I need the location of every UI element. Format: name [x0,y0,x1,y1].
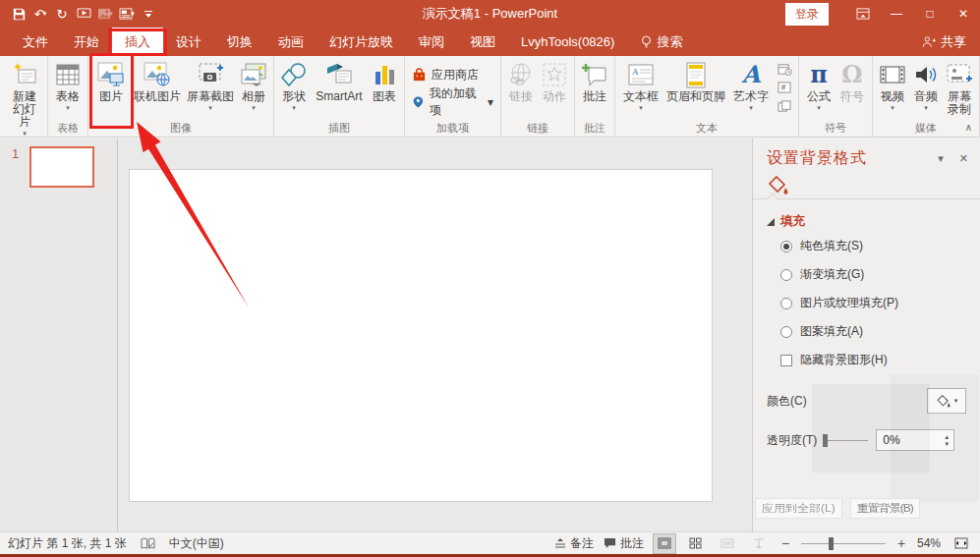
slide-canvas[interactable] [129,169,713,502]
ribbon-group-media: 视频 ▾ 音频 ▾ 屏幕录制 媒体 [873,56,980,137]
tab-home[interactable]: 开始 [61,28,112,56]
new-slide-button[interactable]: 新建幻灯片 ▾ [5,58,44,139]
photo-album-button[interactable]: 相册 ▾ [237,58,270,113]
spin-down-icon[interactable]: ▼ [944,441,950,447]
my-addins-button[interactable]: 我的加载项 ▾ [408,90,497,113]
redo-button[interactable]: ↻ [53,4,71,24]
start-slideshow-button[interactable] [75,4,92,24]
tab-slideshow[interactable]: 幻灯片放映 [317,28,406,56]
quick-access-toolbar: ↶▾ ↻ ▾ ▾ [0,4,157,24]
solid-fill-label[interactable]: 纯色填充(S) [800,238,863,254]
language-status[interactable]: 中文(中国) [169,535,224,552]
fit-slide-button[interactable] [951,534,972,553]
apply-to-all-button[interactable]: 应用到全部(L) [755,498,842,519]
slideshow-view-button[interactable] [748,534,770,553]
date-time-button[interactable] [776,61,793,77]
new-slide-label: 新建幻灯片 [8,90,41,129]
new-comment-button[interactable]: 批注 [578,58,611,105]
spin-up-icon[interactable]: ▲ [944,434,950,440]
zoom-slider[interactable] [801,537,886,550]
layout-quick-button[interactable]: ▾ [118,4,136,24]
pane-close-button[interactable]: ✕ [959,152,968,165]
screenshot-button[interactable]: 屏幕截图 ▾ [184,58,237,113]
option-hide-background[interactable]: 隐藏背景图形(H) [780,352,980,368]
tab-transitions[interactable]: 切换 [214,28,265,56]
notes-toggle-button[interactable]: 备注 [554,535,594,552]
slide-number-button[interactable]: # [776,80,793,95]
checkbox-hide-background[interactable] [780,355,792,366]
comments-toggle-button[interactable]: 批注 [604,535,644,552]
store-button[interactable]: 应用商店 [408,64,497,86]
text-box-button[interactable]: A 文本框 ▾ [618,58,663,113]
screen-recording-button[interactable]: 屏幕录制 [943,58,976,118]
zoom-out-button[interactable]: − [779,535,791,551]
slide-sorter-view-button[interactable] [685,534,707,553]
picture-fill-label[interactable]: 图片或纹理填充(P) [800,295,898,311]
ribbon-group-slides: 新建幻灯片 ▾ 幻灯片 [2,56,48,137]
smartart-button[interactable]: SmartArt [311,58,368,105]
radio-gradient-fill[interactable] [780,269,792,281]
header-footer-button[interactable]: 页眉和页脚 [663,58,728,105]
normal-view-button[interactable] [654,534,675,553]
online-pictures-button[interactable]: 联机图片 [131,58,184,105]
minimize-button[interactable]: — [880,0,913,28]
insert-picture-quick-button[interactable]: ▾ [96,4,114,24]
hyperlink-button[interactable]: 链接 [504,58,538,105]
tab-animations[interactable]: 动画 [265,28,317,56]
transparency-value[interactable]: 0% [877,433,940,447]
tell-me-search[interactable]: 搜索 [641,28,682,56]
share-button[interactable]: 共享 [908,28,980,56]
symbol-button[interactable]: Ω 符号 [836,58,869,105]
radio-picture-fill[interactable] [780,298,792,309]
hide-background-label[interactable]: 隐藏背景图形(H) [800,352,888,368]
undo-button[interactable]: ↶▾ [31,4,49,24]
chart-button[interactable]: 图表 [368,58,401,105]
option-gradient-fill[interactable]: 渐变填充(G) [780,266,980,283]
spell-check-button[interactable] [141,537,155,550]
fill-section-header[interactable]: 填充 [767,213,980,230]
save-button[interactable] [10,4,28,24]
transparency-slider-thumb[interactable] [823,434,828,447]
tab-design[interactable]: 设计 [163,28,214,56]
transparency-spinbox[interactable]: 0% ▲ ▼ [876,429,954,451]
tab-file[interactable]: 文件 [10,28,61,56]
pane-menu-button[interactable]: ▾ [938,152,944,165]
shapes-button[interactable]: 形状 ▾ [277,58,311,113]
transparency-slider[interactable] [823,434,868,447]
zoom-slider-thumb[interactable] [829,537,834,550]
login-button[interactable]: 登录 [785,3,829,26]
radio-solid-fill[interactable] [780,241,792,252]
ribbon-display-options-button[interactable] [846,0,880,28]
transparency-spin-arrows[interactable]: ▲ ▼ [940,434,953,447]
fill-bucket-icon[interactable] [767,175,788,195]
wordart-button[interactable]: A 艺术字 ▾ [728,58,774,113]
equation-button[interactable]: π 公式 ▾ [802,58,836,113]
color-picker-button[interactable]: ▾ [927,388,966,414]
maximize-button[interactable]: □ [913,0,947,28]
object-button[interactable] [776,98,793,114]
option-picture-fill[interactable]: 图片或纹理填充(P) [780,295,980,311]
collapse-ribbon-button[interactable]: ∧ [965,122,972,133]
gradient-fill-label[interactable]: 渐变填充(G) [800,266,864,283]
picture-button[interactable]: 图片 [91,58,131,105]
video-button[interactable]: 视频 ▾ [876,58,909,113]
slideshow-view-icon [753,538,765,549]
reading-view-button[interactable] [717,534,738,553]
option-solid-fill[interactable]: 纯色填充(S) [780,238,980,254]
slide-thumbnail[interactable] [29,146,94,188]
tab-lvyhtools[interactable]: LvyhTools(0826) [508,28,627,56]
table-button[interactable]: 表格 ▾ [51,58,85,113]
zoom-in-button[interactable]: + [895,535,907,551]
option-pattern-fill[interactable]: 图案填充(A) [780,323,980,340]
zoom-level[interactable]: 54% [917,536,941,550]
close-button[interactable]: ✕ [947,0,980,28]
tab-view[interactable]: 视图 [457,28,508,56]
tab-review[interactable]: 审阅 [406,28,457,56]
customize-qat-button[interactable] [140,4,157,24]
reset-background-button[interactable]: 重置背景(B) [850,498,920,519]
audio-button[interactable]: 音频 ▾ [909,58,943,113]
radio-pattern-fill[interactable] [780,326,792,338]
pattern-fill-label[interactable]: 图案填充(A) [800,323,863,340]
action-button[interactable]: 动作 [538,58,571,105]
tab-insert[interactable]: 插入 [112,28,163,56]
